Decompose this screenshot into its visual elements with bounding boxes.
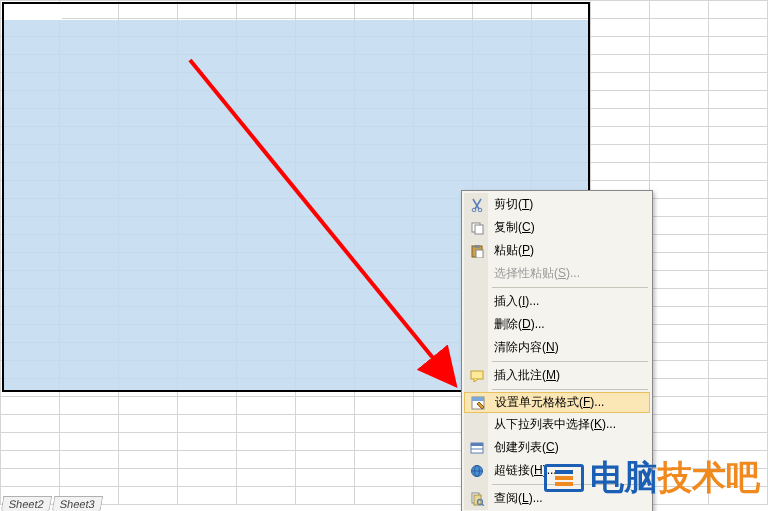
cell[interactable] — [650, 289, 709, 307]
cell[interactable] — [591, 109, 650, 127]
cell[interactable] — [473, 19, 532, 37]
cell[interactable] — [709, 73, 768, 91]
cell[interactable] — [591, 73, 650, 91]
menu-paste[interactable]: 粘贴(P) — [464, 239, 650, 262]
cell[interactable] — [650, 217, 709, 235]
cell[interactable] — [237, 181, 296, 199]
cell[interactable] — [355, 37, 414, 55]
cell[interactable] — [650, 379, 709, 397]
cell[interactable] — [1, 127, 60, 145]
cell[interactable] — [355, 217, 414, 235]
cell[interactable] — [237, 1, 296, 19]
cell[interactable] — [1, 73, 60, 91]
cell[interactable] — [709, 109, 768, 127]
cell[interactable] — [709, 289, 768, 307]
cell[interactable] — [1, 415, 60, 433]
cell[interactable] — [355, 109, 414, 127]
cell[interactable] — [473, 145, 532, 163]
cell[interactable] — [178, 343, 237, 361]
cell[interactable] — [414, 19, 473, 37]
menu-insert[interactable]: 插入(I)... — [464, 290, 650, 313]
cell[interactable] — [178, 163, 237, 181]
cell[interactable] — [296, 325, 355, 343]
cell[interactable] — [473, 55, 532, 73]
cell[interactable] — [237, 127, 296, 145]
menu-clear[interactable]: 清除内容(N) — [464, 336, 650, 359]
cell[interactable] — [355, 469, 414, 487]
menu-cut[interactable]: 剪切(T) — [464, 193, 650, 216]
cell[interactable] — [355, 253, 414, 271]
cell[interactable] — [355, 343, 414, 361]
cell[interactable] — [60, 1, 119, 19]
cell[interactable] — [119, 343, 178, 361]
cell[interactable] — [1, 181, 60, 199]
cell[interactable] — [237, 199, 296, 217]
cell[interactable] — [709, 217, 768, 235]
cell[interactable] — [650, 181, 709, 199]
cell[interactable] — [709, 55, 768, 73]
cell[interactable] — [709, 1, 768, 19]
cell[interactable] — [119, 253, 178, 271]
cell[interactable] — [650, 91, 709, 109]
menu-lookup[interactable]: 查阅(L)... — [464, 487, 650, 510]
cell[interactable] — [355, 397, 414, 415]
cell[interactable] — [237, 55, 296, 73]
cell[interactable] — [237, 451, 296, 469]
cell[interactable] — [119, 181, 178, 199]
sheet-tab[interactable]: Sheet3 — [52, 496, 104, 511]
cell[interactable] — [1, 289, 60, 307]
cell[interactable] — [591, 91, 650, 109]
cell[interactable] — [591, 37, 650, 55]
cell[interactable] — [650, 253, 709, 271]
cell[interactable] — [296, 451, 355, 469]
cell[interactable] — [296, 181, 355, 199]
cell[interactable] — [296, 109, 355, 127]
cell[interactable] — [178, 55, 237, 73]
cell[interactable] — [473, 127, 532, 145]
cell[interactable] — [60, 91, 119, 109]
cell[interactable] — [650, 109, 709, 127]
cell[interactable] — [709, 361, 768, 379]
cell[interactable] — [709, 451, 768, 469]
cell[interactable] — [650, 325, 709, 343]
cell[interactable] — [60, 109, 119, 127]
cell[interactable] — [414, 73, 473, 91]
cell[interactable] — [237, 289, 296, 307]
menu-pick-from-list[interactable]: 从下拉列表中选择(K)... — [464, 413, 650, 436]
cell[interactable] — [650, 1, 709, 19]
cell[interactable] — [178, 235, 237, 253]
cell[interactable] — [709, 325, 768, 343]
cell[interactable] — [296, 379, 355, 397]
cell[interactable] — [296, 55, 355, 73]
cell[interactable] — [532, 91, 591, 109]
cell[interactable] — [60, 271, 119, 289]
cell[interactable] — [296, 343, 355, 361]
cell[interactable] — [355, 433, 414, 451]
cell[interactable] — [355, 379, 414, 397]
cell[interactable] — [414, 91, 473, 109]
cell[interactable] — [1, 325, 60, 343]
cell[interactable] — [650, 37, 709, 55]
cell[interactable] — [709, 37, 768, 55]
cell[interactable] — [355, 55, 414, 73]
cell[interactable] — [709, 397, 768, 415]
cell[interactable] — [650, 199, 709, 217]
cell[interactable] — [237, 397, 296, 415]
cell[interactable] — [119, 109, 178, 127]
cell[interactable] — [709, 19, 768, 37]
cell[interactable] — [1, 217, 60, 235]
cell[interactable] — [709, 271, 768, 289]
menu-create-list[interactable]: 创建列表(C) — [464, 436, 650, 459]
cell[interactable] — [532, 37, 591, 55]
cell[interactable] — [650, 145, 709, 163]
cell[interactable] — [1, 433, 60, 451]
cell[interactable] — [1, 163, 60, 181]
cell[interactable] — [650, 397, 709, 415]
cell[interactable] — [60, 163, 119, 181]
cell[interactable] — [60, 145, 119, 163]
cell[interactable] — [178, 487, 237, 505]
cell[interactable] — [1, 271, 60, 289]
cell[interactable] — [709, 163, 768, 181]
cell[interactable] — [355, 487, 414, 505]
cell[interactable] — [178, 379, 237, 397]
